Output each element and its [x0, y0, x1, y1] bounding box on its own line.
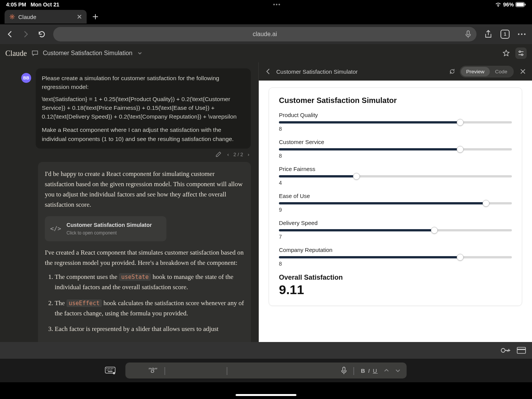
component-card[interactable]: </> Customer Satisfaction Simulator Clic…: [45, 216, 166, 241]
artifact-refresh-icon[interactable]: [449, 68, 455, 74]
slider-thumb[interactable]: [431, 227, 438, 234]
overall-value: 9.11: [279, 282, 512, 297]
svg-point-7: [524, 33, 526, 35]
new-tab-button[interactable]: [90, 13, 101, 20]
artifact-view-toggle: Preview Code: [460, 66, 514, 78]
home-indicator[interactable]: [236, 394, 296, 396]
code-usestate: useState: [119, 273, 151, 281]
slider-value: 8: [279, 126, 512, 132]
ipad-status-bar: 4:05 PM Mon Oct 21 ••• 96%: [0, 0, 532, 9]
svg-point-24: [113, 372, 115, 374]
password-key-icon[interactable]: [501, 347, 511, 353]
user-msg-formula: \text{Satisfaction} = 1 + 0.25(\text{Pro…: [42, 95, 245, 121]
slider-label: Company Reputation: [279, 247, 512, 253]
browser-tab[interactable]: Claude: [5, 10, 87, 24]
slider-group: Product Quality8: [279, 112, 512, 132]
chevron-down-icon[interactable]: [138, 51, 142, 55]
slider-group: Customer Service8: [279, 139, 512, 159]
assistant-message: I'd be happy to create a React component…: [38, 162, 251, 342]
list-item: Each factor is represented by a slider t…: [55, 324, 244, 334]
share-icon[interactable]: [483, 29, 493, 39]
slider-track[interactable]: [279, 148, 512, 150]
slider-label: Product Quality: [279, 112, 512, 118]
slider-track[interactable]: [279, 121, 512, 124]
toggle-code[interactable]: Code: [490, 67, 513, 76]
svg-rect-4: [467, 31, 469, 35]
artifact-back-icon[interactable]: [265, 68, 272, 75]
svg-point-6: [521, 33, 522, 35]
artifact-header: Customer Satisfaction Simulator Preview …: [259, 62, 532, 81]
reload-button[interactable]: [37, 30, 46, 39]
svg-point-5: [518, 33, 519, 35]
mic-icon[interactable]: [465, 30, 471, 38]
back-button[interactable]: [5, 30, 14, 39]
slider-label: Customer Service: [279, 139, 512, 145]
content-area: BB Please create a simulation for custom…: [0, 62, 532, 342]
settings-sliders-icon[interactable]: [515, 48, 527, 59]
keyboard-suggestion-bar: "8" | | | B I U: [125, 363, 407, 378]
tab-title: Claude: [18, 14, 36, 20]
svg-rect-14: [106, 368, 107, 369]
svg-point-10: [501, 348, 505, 352]
svg-rect-18: [112, 368, 113, 369]
svg-rect-16: [109, 368, 110, 369]
slider-thumb[interactable]: [457, 146, 464, 153]
close-tab-icon[interactable]: [77, 14, 82, 19]
svg-rect-11: [517, 347, 526, 353]
svg-rect-12: [517, 349, 526, 350]
user-msg-line1: Please create a simulation for customer …: [42, 74, 245, 92]
svg-rect-22: [111, 370, 112, 370]
slider-track[interactable]: [279, 202, 512, 204]
battery-percent: 96%: [503, 2, 514, 8]
slider-label: Ease of Use: [279, 193, 512, 199]
slider-track[interactable]: [279, 229, 512, 231]
slider-track[interactable]: [279, 256, 512, 258]
slider-thumb[interactable]: [353, 173, 360, 180]
artifact-close-icon[interactable]: [520, 68, 526, 74]
simulator-card: Customer Satisfaction Simulator Product …: [269, 87, 522, 306]
slider-value: 9: [279, 207, 512, 213]
status-date: Mon Oct 21: [31, 2, 59, 8]
safari-bottom-strip: [0, 342, 532, 359]
slider-thumb[interactable]: [457, 119, 464, 126]
slider-value: 8: [279, 153, 512, 159]
message-nav: ‹ 2 / 2 ›: [38, 149, 251, 162]
list-item: The component uses the useState hook to …: [55, 272, 244, 292]
more-icon[interactable]: [517, 29, 527, 39]
card-icon[interactable]: [517, 347, 526, 354]
url-bar[interactable]: claude.ai: [53, 27, 477, 41]
battery-icon: [515, 2, 526, 7]
forward-button[interactable]: [21, 30, 30, 39]
svg-rect-15: [108, 368, 109, 369]
slider-track[interactable]: [279, 175, 512, 177]
multitask-dots[interactable]: •••: [59, 2, 495, 8]
undo-icon[interactable]: [384, 369, 389, 372]
text-format-label[interactable]: B I U: [361, 367, 378, 374]
prev-msg-icon[interactable]: ‹: [226, 151, 230, 158]
redo-icon[interactable]: [395, 369, 401, 372]
claude-logo[interactable]: Claude: [5, 49, 27, 58]
svg-rect-19: [107, 370, 108, 370]
artifact-body: Customer Satisfaction Simulator Product …: [259, 81, 532, 342]
user-message: BB Please create a simulation for custom…: [36, 68, 251, 149]
browser-toolbar: claude.ai 1: [0, 24, 532, 44]
conversation-title[interactable]: Customer Satisfaction Simulation: [43, 50, 133, 57]
dictation-icon[interactable]: [341, 367, 347, 374]
svg-rect-23: [108, 371, 112, 372]
slider-thumb[interactable]: [483, 200, 489, 207]
keyboard-suggestion[interactable]: "8": [148, 367, 157, 375]
keyboard-bar: "8" | | | B I U: [0, 359, 532, 382]
simulator-title: Customer Satisfaction Simulator: [279, 96, 512, 105]
star-icon[interactable]: [502, 49, 510, 57]
next-msg-icon[interactable]: ›: [246, 151, 251, 158]
slider-value: 4: [279, 180, 512, 186]
tabs-button[interactable]: 1: [500, 29, 510, 39]
chat-column: BB Please create a simulation for custom…: [0, 62, 258, 342]
assistant-intro: I'd be happy to create a React component…: [45, 169, 244, 210]
toggle-preview[interactable]: Preview: [461, 67, 490, 76]
slider-thumb[interactable]: [457, 254, 464, 261]
edit-icon[interactable]: [214, 151, 223, 158]
tab-count: 1: [500, 30, 510, 39]
keyboard-icon[interactable]: [105, 367, 116, 374]
svg-rect-25: [343, 367, 345, 371]
